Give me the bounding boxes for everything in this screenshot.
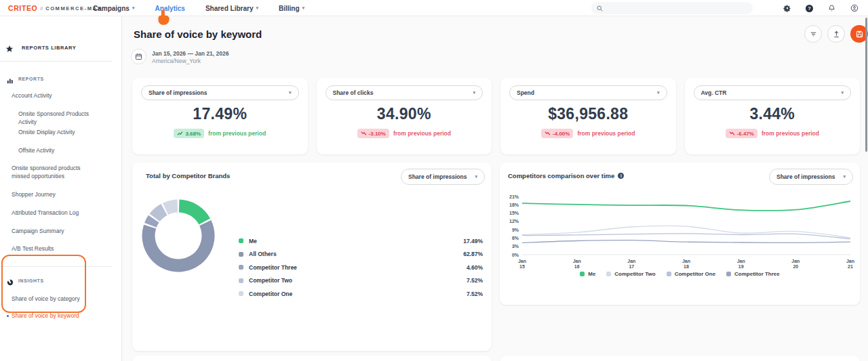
- kpi-value: 3.44%: [694, 105, 852, 123]
- chevron-down-icon: ▾: [841, 90, 844, 95]
- global-search-input[interactable]: [607, 5, 743, 12]
- bar-chart-icon: [7, 75, 14, 87]
- delta-value: -3.10%: [369, 131, 386, 137]
- sidebar-item-reports-library[interactable]: REPORTS LIBRARY: [22, 45, 76, 51]
- line-chart: 21%18%15%12%9%6%3%0%Jan15Jan16Jan17Jan18…: [500, 188, 860, 271]
- search-icon: [597, 5, 603, 12]
- notifications-bell-icon[interactable]: [827, 4, 836, 13]
- kpi-metric-dropdown[interactable]: Spend▾: [509, 85, 667, 100]
- trend-down-icon: [545, 131, 551, 136]
- svg-text:Jan21: Jan21: [846, 259, 854, 269]
- trend-up-icon: [177, 131, 183, 136]
- delta-note: from previous period: [762, 130, 819, 137]
- legend-row-all-others: All Others 62.87%: [239, 248, 483, 261]
- menu-billing[interactable]: Billing ▾: [279, 5, 304, 12]
- svg-text:21%: 21%: [509, 194, 519, 199]
- kpi-metric-dropdown[interactable]: Share of clicks▾: [326, 85, 484, 100]
- global-search[interactable]: [591, 2, 753, 14]
- delta-badge: -6.47%: [726, 129, 757, 138]
- donut-chart: [140, 198, 216, 274]
- kpi-row: Share of impressions▾ 17.49% 3.68% from …: [132, 78, 860, 154]
- sidebar-item-attributed-transaction-log[interactable]: Attributed Transaction Log: [12, 209, 100, 217]
- svg-text:12%: 12%: [509, 219, 519, 224]
- sidebar-item-account-activity[interactable]: Account Activity: [12, 92, 100, 100]
- legend-item-competitor-three[interactable]: Competitor Three: [726, 271, 780, 277]
- kpi-value: $36,956.88: [509, 105, 667, 123]
- sidebar-item-share-of-voice-by-keyword[interactable]: Share of voice by keyword: [12, 312, 100, 320]
- sidebar-item-onsite-display-activity[interactable]: Onsite Display Activity: [18, 129, 100, 137]
- legend-item-competitor-two[interactable]: Competitor Two: [606, 271, 655, 277]
- logo-brand: CRITEO: [8, 4, 37, 12]
- legend-row-me: Me 17.49%: [239, 234, 483, 248]
- sidebar-item-shopper-journey[interactable]: Shopper Journey: [12, 191, 100, 199]
- export-upload-icon: [833, 30, 840, 38]
- legend-item-me[interactable]: Me: [580, 271, 595, 277]
- sidebar-item-offsite-activity[interactable]: Offsite Activity: [18, 147, 100, 155]
- chevron-down-icon: ▾: [843, 174, 846, 179]
- line-metric-label: Share of impressions: [776, 173, 835, 180]
- timezone-text: America/New_York: [152, 58, 229, 64]
- kpi-metric-dropdown[interactable]: Share of impressions▾: [141, 85, 299, 100]
- export-button[interactable]: [827, 25, 845, 43]
- donut-metric-dropdown[interactable]: Share of impressions▾: [401, 169, 485, 185]
- legend-item-competitor-one[interactable]: Competitor One: [667, 271, 715, 277]
- line-chart-legend: Me Competitor Two Competitor One Competi…: [500, 271, 860, 277]
- legend-label: Competitor One: [675, 271, 715, 277]
- chevron-down-icon: ▾: [256, 5, 258, 11]
- delta-value: 3.68%: [185, 131, 201, 137]
- active-item-bullet: [7, 315, 9, 317]
- sidebar-item-share-of-voice-by-category[interactable]: Share of voice by category: [12, 295, 100, 303]
- date-range-picker[interactable]: Jan 15, 2026 — Jan 21, 2026 America/New_…: [131, 49, 229, 64]
- legend-swatch: [239, 252, 243, 257]
- legend-value: 62.87%: [463, 251, 483, 257]
- legend-swatch: [239, 291, 243, 296]
- delta-note: from previous period: [208, 130, 266, 137]
- svg-text:Jan15: Jan15: [518, 259, 526, 269]
- svg-text:Jan19: Jan19: [737, 259, 745, 269]
- menu-shared-library[interactable]: Shared Library ▾: [205, 5, 258, 12]
- kpi-card-share-of-clicks: Share of clicks▾ 34.90% -3.10% from prev…: [317, 78, 492, 154]
- sidebar-item-onsite-sponsored-products-activity[interactable]: Onsite Sponsored Products Activity: [18, 110, 100, 126]
- kpi-card-avg-ctr: Avg. CTR▾ 3.44% -6.47% from previous per…: [685, 78, 861, 154]
- help-icon[interactable]: ?: [805, 4, 814, 13]
- svg-text:9%: 9%: [512, 228, 519, 232]
- line-metric-dropdown[interactable]: Share of impressions▾: [769, 169, 853, 185]
- sidebar-item-missed-opportunities[interactable]: Onsite sponsored products missed opportu…: [12, 165, 100, 180]
- legend-swatch: [726, 272, 731, 276]
- save-floppy-icon: [856, 30, 863, 38]
- delta-note: from previous period: [393, 130, 451, 137]
- kpi-value: 34.90%: [326, 105, 484, 123]
- delta-badge: -3.10%: [357, 129, 389, 138]
- legend-swatch: [239, 238, 243, 243]
- sidebar-section-reports-label: REPORTS: [18, 77, 44, 81]
- svg-text:18%: 18%: [509, 203, 519, 207]
- kpi-metric-dropdown[interactable]: Avg. CTR▾: [694, 85, 852, 100]
- sidebar-item-campaign-summary[interactable]: Campaign Summary: [12, 228, 100, 236]
- menu-campaigns[interactable]: Campaigns ▾: [93, 5, 134, 12]
- app-root: CRITEO // COMMERCE-MAX Campaigns ▾ Analy…: [0, 0, 868, 361]
- menu-campaigns-label: Campaigns: [93, 5, 130, 12]
- partial-card-bottom-right: [500, 356, 860, 361]
- line-chart-card: Competitors comparison over time i Share…: [500, 163, 860, 305]
- criteo-logo[interactable]: CRITEO // COMMERCE-MAX: [8, 0, 102, 16]
- sidebar-section-insights-label: INSIGHTS: [18, 278, 44, 283]
- svg-text:Jan18: Jan18: [682, 259, 690, 269]
- donut-metric-label: Share of impressions: [408, 173, 467, 180]
- svg-text:Jan20: Jan20: [791, 259, 800, 269]
- kpi-card-spend: Spend▾ $36,956.88 -4.00% from previous p…: [500, 78, 676, 154]
- kpi-metric-label: Spend: [517, 89, 534, 96]
- page-title: Share of voice by keyword: [134, 28, 262, 40]
- menu-shared-library-label: Shared Library: [205, 5, 254, 12]
- info-icon[interactable]: i: [618, 173, 624, 179]
- kpi-metric-label: Avg. CTR: [701, 89, 727, 96]
- line-card-title-text: Competitors comparison over time: [508, 172, 614, 179]
- legend-label: Me: [249, 238, 257, 245]
- menu-analytics[interactable]: Analytics: [155, 5, 184, 12]
- user-account-icon[interactable]: [850, 4, 859, 13]
- sidebar-item-ab-test-results[interactable]: A/B Test Results: [12, 245, 100, 253]
- settings-gear-icon[interactable]: [783, 4, 791, 13]
- scrollbar-thumb[interactable]: [865, 18, 867, 152]
- filter-button[interactable]: [804, 25, 822, 43]
- chevron-down-icon: ▾: [475, 174, 477, 179]
- header-actions: [804, 25, 868, 43]
